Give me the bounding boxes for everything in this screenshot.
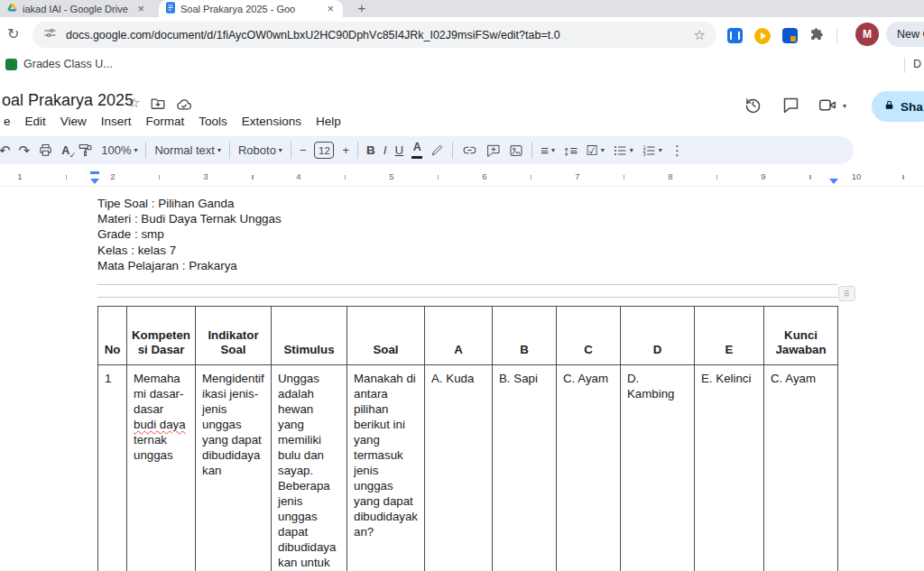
docs-toolbar: ↶ ↷ A✓ 100%▾ Normal text▾ Roboto▾ − 12 +… (0, 136, 854, 164)
underline-button[interactable]: U (395, 143, 404, 157)
browser-tab-docs[interactable]: Soal Prakarya 2025 - Goo × (159, 0, 343, 17)
bookmark-favicon (5, 59, 17, 70)
header-cell-indikator[interactable]: Indikator Soal (196, 307, 272, 365)
insert-image-icon[interactable] (509, 143, 523, 158)
browser-tab-drive[interactable]: iakad IAI - Google Drive × (0, 0, 153, 17)
spellcheck-icon[interactable]: A✓ (61, 144, 69, 157)
close-tab-icon[interactable]: × (135, 3, 146, 14)
header-cell-a[interactable]: A (425, 307, 493, 365)
print-icon[interactable] (38, 143, 53, 158)
checklist-select[interactable]: ☑▾ (586, 143, 604, 157)
profile-chip[interactable]: New C (886, 22, 924, 47)
header-cell-b[interactable]: B (493, 307, 557, 365)
meta-line[interactable]: Kelas : kelas 7 (97, 243, 282, 258)
menu-file[interactable]: e (0, 114, 18, 129)
cell-indikator[interactable]: Mengidentifikasi jenis-jenis unggas yang… (196, 365, 272, 571)
menu-view[interactable]: View (53, 114, 94, 129)
video-call-icon[interactable] (818, 96, 837, 118)
bookmark-item[interactable]: Grades Class U... (5, 58, 113, 70)
highlight-color-icon[interactable] (430, 143, 444, 157)
cell-kompetensi[interactable]: Memahami dasar-dasar budi daya ternak un… (127, 365, 196, 571)
header-cell-e[interactable]: E (695, 307, 764, 365)
drive-icon (7, 3, 17, 14)
meta-line[interactable]: Materi : Budi Daya Ternak Unggas (97, 211, 282, 226)
share-button[interactable]: Sha (872, 91, 924, 122)
first-line-indent-marker[interactable] (90, 171, 99, 174)
paragraph-style-select[interactable]: Normal text▾ (154, 143, 220, 157)
menu-extensions[interactable]: Extensions (235, 114, 309, 129)
address-bar-row: ↻ docs.google.com/document/d/1fiAycOW0wn… (0, 17, 924, 52)
menu-insert[interactable]: Insert (94, 114, 139, 129)
tune-icon[interactable] (43, 26, 57, 43)
menu-bar: e Edit View Insert Format Tools Extensio… (0, 114, 348, 129)
font-size-input[interactable]: 12 (314, 142, 334, 159)
ruler-number: 4 (293, 170, 303, 182)
profile-avatar[interactable]: M (855, 23, 879, 46)
cell-kunci[interactable]: C. Ayam (764, 365, 838, 571)
redo-icon[interactable]: ↷ (19, 143, 31, 157)
meta-line[interactable]: Grade : smp (97, 226, 282, 242)
cell-no[interactable]: 1 (98, 365, 127, 571)
document-meta-block[interactable]: Tipe Soal : Pilihan Ganda Materi : Budi … (97, 196, 282, 273)
document-page[interactable]: Tipe Soal : Pilihan Ganda Materi : Budi … (0, 187, 924, 571)
header-cell-kunci[interactable]: Kunci Jawaban (764, 307, 838, 365)
header-cell-kompetensi[interactable]: Kompetensi Dasar (127, 307, 196, 365)
extension-icon-blue[interactable] (727, 28, 743, 43)
text-color-button[interactable]: A (411, 143, 422, 159)
increase-font-size-button[interactable]: + (342, 143, 349, 157)
more-options-icon[interactable]: ⋮ (670, 143, 684, 157)
italic-button[interactable]: I (383, 143, 387, 157)
cell-option-d[interactable]: D. Kambing (621, 365, 695, 571)
omnibox[interactable]: docs.google.com/document/d/1fiAycOW0wnLb… (32, 22, 716, 48)
extension-icon-yellow[interactable] (754, 28, 771, 44)
chevron-down-icon[interactable]: ▾ (843, 102, 846, 110)
docs-header: oal Prakarya 2025 ☆ e Edit View Insert F… (0, 78, 924, 136)
ruler-number: 3 (200, 170, 210, 182)
paint-format-icon[interactable] (78, 143, 93, 158)
undo-icon[interactable]: ↶ (0, 143, 11, 157)
cell-option-a[interactable]: A. Kuda (425, 365, 493, 571)
add-comment-icon[interactable] (486, 143, 501, 158)
menu-help[interactable]: Help (309, 114, 348, 129)
header-cell-soal[interactable]: Soal (347, 307, 425, 365)
line-spacing-icon[interactable]: ↕≡ (563, 143, 578, 157)
zoom-select[interactable]: 100%▾ (101, 143, 137, 157)
bookmark-overflow[interactable]: D (913, 58, 921, 70)
version-history-icon[interactable] (744, 96, 762, 118)
bold-button[interactable]: B (366, 143, 375, 157)
decrease-font-size-button[interactable]: − (300, 143, 307, 157)
star-icon[interactable]: ☆ (128, 95, 140, 111)
align-select[interactable]: ≡▾ (541, 143, 555, 157)
close-tab-icon[interactable]: × (325, 3, 336, 14)
header-cell-c[interactable]: C (557, 307, 621, 365)
reload-icon[interactable]: ↻ (7, 25, 19, 42)
header-cell-stimulus[interactable]: Stimulus (272, 307, 347, 365)
extension-icon-teal[interactable] (782, 28, 798, 43)
cell-option-c[interactable]: C. Ayam (557, 365, 621, 571)
header-cell-d[interactable]: D (621, 307, 695, 365)
move-folder-icon[interactable] (150, 96, 166, 115)
left-indent-marker[interactable] (90, 179, 99, 184)
font-select[interactable]: Roboto▾ (238, 143, 282, 157)
document-title[interactable]: oal Prakarya 2025 (2, 91, 134, 110)
cell-soal[interactable]: Manakah di antara pilihan berikut ini ya… (347, 365, 425, 571)
comments-icon[interactable] (781, 96, 800, 118)
meta-line[interactable]: Mata Pelajaran : Prakarya (97, 258, 282, 273)
cell-option-b[interactable]: B. Sapi (493, 365, 557, 571)
cell-option-e[interactable]: E. Kelinci (695, 365, 764, 571)
bookmark-star-icon[interactable]: ☆ (694, 27, 706, 43)
cell-stimulus[interactable]: Unggas adalah hewan yang memiliki bulu d… (272, 365, 347, 571)
new-tab-button[interactable]: + (352, 0, 372, 17)
numbered-list-select[interactable]: 123▾ (642, 143, 662, 158)
bulleted-list-select[interactable]: ▾ (613, 143, 633, 158)
menu-tools[interactable]: Tools (191, 114, 235, 129)
extensions-puzzle-icon[interactable] (809, 26, 825, 45)
meta-line[interactable]: Tipe Soal : Pilihan Ganda (97, 196, 282, 211)
menu-edit[interactable]: Edit (18, 114, 53, 129)
drag-handle-icon[interactable]: ⠿ (838, 286, 855, 301)
insert-link-icon[interactable] (461, 143, 478, 158)
horizontal-rule-block[interactable] (97, 284, 837, 298)
right-indent-marker[interactable] (829, 179, 838, 184)
header-cell-no[interactable]: No (98, 307, 127, 365)
menu-format[interactable]: Format (139, 114, 192, 129)
